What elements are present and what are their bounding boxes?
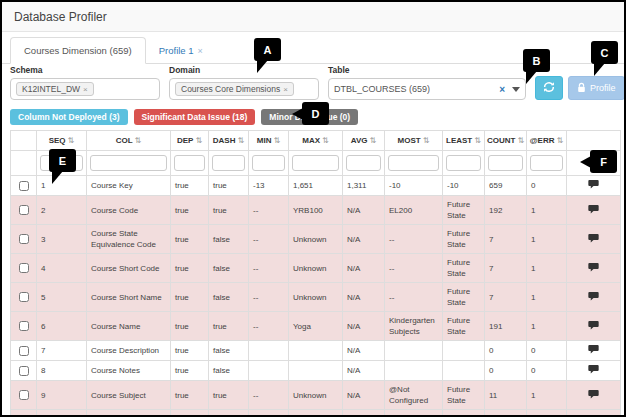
sort-icon[interactable]: ⇅ (135, 136, 142, 145)
row-checkbox[interactable] (19, 390, 29, 400)
table-cell: Future State (443, 283, 485, 312)
schema-select[interactable]: K12INTEL_DW× (10, 78, 160, 100)
column-header-err[interactable]: @ERR⇅ (527, 131, 567, 151)
comment-icon[interactable] (588, 294, 599, 303)
callout-b: B (523, 49, 550, 72)
schema-tag: K12INTEL_DW× (16, 82, 94, 96)
row-checkbox[interactable] (19, 346, 29, 356)
column-header-dep[interactable]: DEP⇅ (171, 131, 209, 151)
filter-cell (527, 151, 567, 176)
table-cell: Yoga (289, 312, 343, 341)
table-cell: 0 (527, 361, 567, 381)
sort-icon[interactable]: ⇅ (557, 136, 564, 145)
table-cell: false (209, 341, 249, 361)
filter-cell (289, 151, 343, 176)
row-select-cell (11, 381, 37, 410)
table-cell: -- (249, 225, 289, 254)
row-checkbox[interactable] (19, 292, 29, 302)
table-cell: 6 (37, 312, 87, 341)
column-filter-input-err[interactable] (530, 155, 563, 171)
table-cell: 9 (37, 381, 87, 410)
column-filter-input-dep[interactable] (174, 155, 205, 171)
status-badge[interactable]: Column Not Deployed (3) (10, 109, 128, 125)
comment-icon[interactable] (588, 182, 599, 191)
comment-icon[interactable] (588, 236, 599, 245)
table-cell: 11 (485, 381, 527, 410)
table-cell: true (171, 254, 209, 283)
status-badge[interactable]: Significant Data Issue (18) (134, 109, 256, 125)
table-cell: N/A (343, 341, 385, 361)
table-cell: N/A (343, 254, 385, 283)
column-filter-input-col[interactable] (90, 155, 167, 171)
table-cell: -13 (249, 176, 289, 196)
column-filter-input-min[interactable] (252, 155, 285, 171)
callout-tail (580, 156, 591, 168)
column-filter-input-avg[interactable] (346, 155, 381, 171)
remove-tag-icon[interactable]: × (283, 85, 288, 94)
table-cell: false (209, 225, 249, 254)
row-checkbox[interactable] (19, 234, 29, 244)
table-cell: YRB100 (289, 196, 343, 225)
domain-select[interactable]: Courses Core Dimensions× (169, 78, 319, 100)
column-label: AVG (351, 136, 368, 145)
sort-icon[interactable]: ⇅ (370, 136, 377, 145)
sort-icon[interactable]: ⇅ (474, 136, 481, 145)
column-label: MAX (302, 136, 320, 145)
column-filter-input-count[interactable] (488, 155, 523, 171)
sort-icon[interactable]: ⇅ (423, 136, 430, 145)
column-filter-input-max[interactable] (292, 155, 339, 171)
sort-icon[interactable]: ⇅ (237, 136, 244, 145)
column-filter-input-dash[interactable] (212, 155, 245, 171)
comment-icon[interactable] (588, 265, 599, 274)
column-header-most[interactable]: MOST⇅ (385, 131, 443, 151)
table-cell: Future State (443, 410, 485, 417)
profile-button[interactable]: Profile (568, 76, 625, 100)
table-cell (289, 361, 343, 381)
comment-icon[interactable] (588, 323, 599, 332)
table-cell: 3 (37, 225, 87, 254)
comment-icon[interactable] (588, 392, 599, 401)
table-row: 6Course Nametruetrue--YogaN/AKindergarte… (11, 312, 621, 341)
clear-selection-icon[interactable]: × (499, 84, 505, 95)
column-header-avg[interactable]: AVG⇅ (343, 131, 385, 151)
column-label: MIN (257, 136, 272, 145)
sort-icon[interactable]: ⇅ (273, 136, 280, 145)
profile-button-label: Profile (590, 83, 616, 93)
comment-icon[interactable] (588, 207, 599, 216)
database-profiler-window: Database Profiler Courses Dimension (659… (0, 0, 626, 417)
sort-icon[interactable]: ⇅ (68, 136, 75, 145)
column-filter-input-least[interactable] (446, 155, 481, 171)
sort-icon[interactable]: ⇅ (517, 136, 524, 145)
sort-icon[interactable]: ⇅ (195, 136, 202, 145)
row-checkbox[interactable] (19, 366, 29, 376)
comment-icon[interactable] (588, 367, 599, 376)
row-checkbox[interactable] (19, 205, 29, 215)
close-icon[interactable]: × (198, 46, 203, 56)
row-checkbox[interactable] (19, 181, 29, 191)
column-filter-input-most[interactable] (388, 155, 439, 171)
table-row: 7Course DescriptiontruefalseN/A00 (11, 341, 621, 361)
column-header-seq[interactable]: SEQ⇅ (37, 131, 87, 151)
filter-cell-empty (11, 151, 37, 176)
table-cell: Course Subject (87, 381, 171, 410)
table-select[interactable]: DTBL_COURSES (659) × (328, 78, 526, 100)
tab-profile-1[interactable]: Profile 1× (146, 38, 216, 63)
column-header-min[interactable]: MIN⇅ (249, 131, 289, 151)
comment-icon[interactable] (588, 347, 599, 356)
table-cell: 0 (527, 176, 567, 196)
column-header-count[interactable]: COUNT⇅ (485, 131, 527, 151)
refresh-button[interactable] (535, 76, 563, 100)
column-header-least[interactable]: LEAST⇅ (443, 131, 485, 151)
chevron-down-icon[interactable] (512, 87, 520, 92)
column-header-dash[interactable]: DASH⇅ (209, 131, 249, 151)
sort-icon[interactable]: ⇅ (322, 136, 329, 145)
column-header-max[interactable]: MAX⇅ (289, 131, 343, 151)
remove-tag-icon[interactable]: × (83, 85, 88, 94)
table-cell (289, 341, 343, 361)
table-filter-row (11, 151, 621, 176)
row-select-cell (11, 283, 37, 312)
row-checkbox[interactable] (19, 321, 29, 331)
column-header-col[interactable]: COL⇅ (87, 131, 171, 151)
row-checkbox[interactable] (19, 263, 29, 273)
tab-courses-dimension[interactable]: Courses Dimension (659) (10, 37, 146, 64)
